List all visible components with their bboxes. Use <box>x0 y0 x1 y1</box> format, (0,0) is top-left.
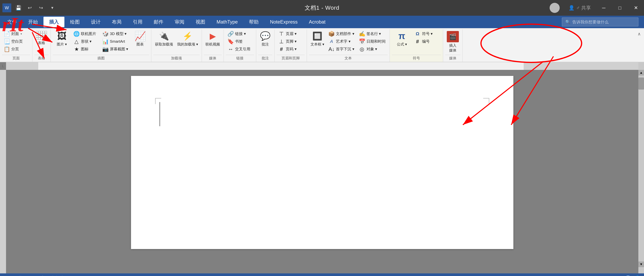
menu-item-layout[interactable]: 布局 <box>106 17 127 27</box>
icons-icon: ★ <box>74 46 79 52</box>
menu-item-mailings[interactable]: 邮件 <box>148 17 169 27</box>
link-icon: 🔗 <box>228 31 234 37</box>
footer-label: 页脚 ▾ <box>286 39 296 44</box>
header-button[interactable]: ⊤ 页眉 ▾ <box>276 30 305 38</box>
3d-icon: 🎲 <box>103 31 108 37</box>
search-box[interactable]: 🔍 告诉我你想要做什么 <box>562 18 638 26</box>
my-addins-button[interactable]: ⚡ 我的加载项 ▾ <box>176 30 200 48</box>
quick-parts-button[interactable]: 📦 文档部件 ▾ <box>327 30 356 38</box>
header-label: 页眉 ▾ <box>286 31 296 36</box>
screenshot-label: 屏幕截图 ▾ <box>110 46 128 52</box>
ruler-area: L <box>0 62 644 70</box>
formula-button[interactable]: π 公式 ▾ <box>392 30 412 48</box>
numbering-label: 编号 <box>422 39 430 44</box>
menu-item-review[interactable]: 审阅 <box>169 17 190 27</box>
signature-line-button[interactable]: ✍ 签名行 ▾ <box>357 30 388 38</box>
scrollbar-thumb[interactable] <box>638 78 644 90</box>
menu-item-view[interactable]: 视图 <box>190 17 211 27</box>
link-button[interactable]: 🔗 链接 ▾ <box>226 30 254 38</box>
media-group-label: 媒体 <box>204 55 222 62</box>
save-button[interactable]: 💾 <box>14 4 22 12</box>
menu-item-home[interactable]: 开始 <box>22 17 44 27</box>
blank-page-button[interactable]: 📃 空白页 <box>2 38 30 45</box>
page-number-button[interactable]: # 页码 ▾ <box>276 46 305 53</box>
minimize-button[interactable]: ─ <box>596 0 612 16</box>
cross-reference-button[interactable]: ↔ 交叉引用 <box>226 46 254 53</box>
insert-media-button[interactable]: 🎬 插入媒体 <box>445 30 460 54</box>
online-picture-button[interactable]: 🌐 联机图片 <box>72 30 100 38</box>
text-group-label: 文本 <box>309 55 388 62</box>
text-col1: 📦 文档部件 ▾ A 艺术字 ▾ A↓ 首字下沉 ▾ <box>327 30 356 53</box>
signature-line-label: 签名行 ▾ <box>366 31 381 36</box>
menu-item-mathtype[interactable]: MathType <box>211 17 243 27</box>
title-bar-left: W 💾 ↩ ↪ ▼ <box>0 4 56 12</box>
cross-ref-icon: ↔ <box>228 46 234 52</box>
dropcap-button[interactable]: A↓ 首字下沉 ▾ <box>327 46 356 53</box>
date-time-button[interactable]: 📅 日期和时间 <box>357 38 388 45</box>
menu-item-references[interactable]: 引用 <box>127 17 148 27</box>
menu-item-noteexpress[interactable]: NoteExpress <box>264 17 303 27</box>
expand-icon[interactable]: ∧ <box>636 30 642 38</box>
menu-item-help[interactable]: 帮助 <box>243 17 264 27</box>
ribbon-group-table: 表格 表格 <box>32 30 51 62</box>
ruler-main <box>6 62 638 70</box>
dropcap-label: 首字下沉 ▾ <box>336 46 354 52</box>
document-area[interactable] <box>6 70 638 274</box>
picture-button[interactable]: 🖼 图片 ▾ <box>53 30 71 48</box>
numbering-icon: # <box>415 39 420 44</box>
menu-item-insert[interactable]: 插入 <box>44 17 64 27</box>
chart-button[interactable]: 📈 图表 <box>131 30 149 48</box>
smartart-button[interactable]: 📊 SmartArt <box>100 38 130 45</box>
shape-button[interactable]: △ 形状 ▾ <box>72 38 100 45</box>
online-picture-icon: 🌐 <box>74 31 79 37</box>
icon-button[interactable]: ★ 图标 <box>72 46 100 53</box>
zoom-in-icon[interactable]: ＋ <box>582 275 586 276</box>
page-info: 第1页，共1页 <box>4 275 28 276</box>
zoom-out-icon[interactable]: － <box>559 275 563 276</box>
footer-button[interactable]: ⊥ 页脚 ▾ <box>276 38 305 45</box>
blank-page-icon: 📃 <box>4 39 10 44</box>
menu-item-draw[interactable]: 绘图 <box>64 17 85 27</box>
object-button[interactable]: ◎ 对象 ▾ <box>357 46 388 53</box>
menu-item-design[interactable]: 设计 <box>85 17 106 27</box>
search-icon: 🔍 <box>565 20 570 24</box>
table-label: 表格 <box>38 40 45 45</box>
page-break-button[interactable]: 📋 分页 <box>2 46 30 53</box>
my-addins-label: 我的加载项 ▾ <box>177 42 198 47</box>
right-scrollbar[interactable]: ▲ ▼ <box>638 70 644 274</box>
scroll-down-button[interactable]: ▼ <box>638 262 644 267</box>
textbox-button[interactable]: 🔲 文本框 ▾ <box>309 30 326 48</box>
menu-item-file[interactable]: 文件 <box>2 17 22 27</box>
online-picture-label: 联机图片 <box>81 31 96 36</box>
3d-model-button[interactable]: 🎲 3D 模型 ▾ <box>100 30 130 38</box>
redo-button[interactable]: ↪ <box>37 4 45 12</box>
cover-page-button[interactable]: 📄 封面 ▾ <box>2 30 30 38</box>
ruler-left-corner: L <box>0 62 6 70</box>
document-page[interactable] <box>131 76 514 249</box>
wordart-button[interactable]: A 艺术字 ▾ <box>327 38 356 45</box>
maximize-button[interactable]: □ <box>612 0 628 16</box>
numbering-button[interactable]: # 编号 <box>413 38 441 45</box>
online-video-button[interactable]: ▶ 联机视频 <box>204 30 222 48</box>
illustrations-col: 🌐 联机图片 △ 形状 ▾ ★ 图标 <box>72 30 100 53</box>
ribbon-expand[interactable]: ∧ <box>636 30 644 62</box>
share-button[interactable]: 👤 ♂ 共享 <box>564 0 596 16</box>
screenshot-button[interactable]: 📷 屏幕截图 ▾ <box>100 46 130 53</box>
close-button[interactable]: ✕ <box>628 0 644 16</box>
get-addins-button[interactable]: 🔌 获取加载项 <box>153 30 175 48</box>
bookmark-button[interactable]: 🔖 书签 <box>226 38 254 45</box>
symbol-label: 符号 ▾ <box>422 31 433 36</box>
get-addins-label: 获取加载项 <box>155 42 173 47</box>
comment-button[interactable]: 💬 批注 <box>258 30 272 48</box>
dropcap-icon: A↓ <box>329 46 334 52</box>
scroll-up-button[interactable]: ▲ <box>638 70 644 76</box>
title-bar: W 💾 ↩ ↪ ▼ 文档1 - Word 👤 ♂ 共享 ─ □ ✕ <box>0 0 644 16</box>
customize-button[interactable]: ▼ <box>48 4 56 12</box>
signature-icon: ✍ <box>359 31 365 37</box>
undo-button[interactable]: ↩ <box>26 4 34 12</box>
menu-item-acrobat[interactable]: Acrobat <box>303 17 331 27</box>
links-items: 🔗 链接 ▾ 🔖 书签 ↔ 交叉引用 <box>226 30 254 54</box>
ribbon-group-links: 🔗 链接 ▾ 🔖 书签 ↔ 交叉引用 链接 <box>224 30 256 62</box>
table-button[interactable]: 表格 <box>34 30 48 46</box>
omega-button[interactable]: Ω 符号 ▾ <box>413 30 441 38</box>
